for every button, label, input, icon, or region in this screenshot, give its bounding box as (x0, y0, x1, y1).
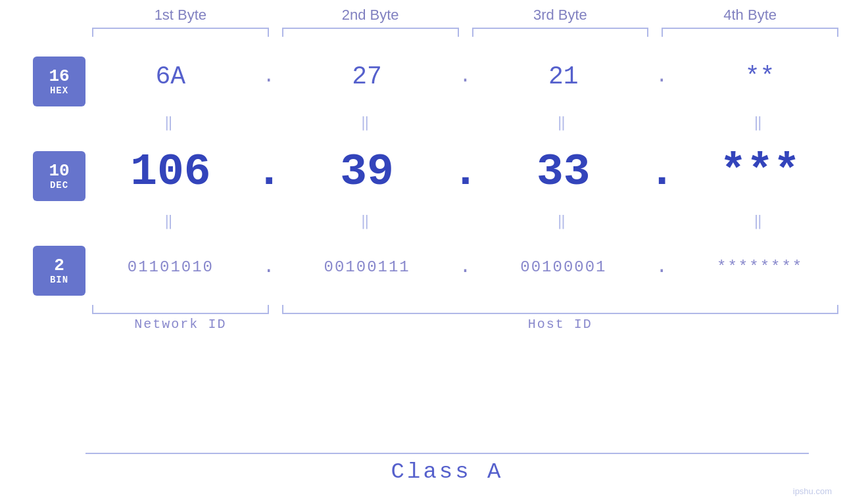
hex-val-2: 27 (282, 62, 452, 91)
bracket-byte4 (655, 28, 845, 37)
class-section: Class A (0, 453, 845, 484)
top-brackets (85, 28, 845, 37)
eq1-2: ‖ (282, 114, 452, 131)
eq1-3: ‖ (479, 114, 649, 131)
base-labels-column: 16 HEX 10 DEC 2 BIN (0, 43, 85, 332)
bracket-byte3 (466, 28, 656, 37)
hex-label: HEX (50, 85, 68, 96)
dot-dec-2: . (452, 147, 479, 197)
bracket-top-byte2 (282, 28, 459, 37)
dec-badge: 10 DEC (33, 151, 85, 201)
byte-headers-row: 1st Byte 2nd Byte 3rd Byte 4th Byte (85, 7, 845, 28)
bin-row: 01101010 . 00100111 . 00100001 . (85, 234, 845, 300)
dot-dec-1: . (256, 147, 282, 197)
eq2-3: ‖ (479, 212, 649, 230)
eq2-4: ‖ (675, 212, 845, 230)
dot-hex-1: . (256, 65, 282, 87)
bracket-top-byte3 (472, 28, 649, 37)
hex-row: 6A . 27 . 21 . ** (85, 43, 845, 109)
bin-val-1: 01101010 (85, 258, 256, 276)
network-id-section: Network ID (85, 305, 276, 332)
bin-label: BIN (50, 275, 68, 285)
bin-badge: 2 BIN (33, 246, 85, 296)
equals-row-2: ‖ ‖ ‖ ‖ (85, 208, 845, 234)
bin-val-2: 00100111 (282, 258, 452, 276)
bin-val-1-text: 01101010 (128, 258, 214, 276)
dot-bin-2: . (452, 256, 479, 278)
dot-bin-1: . (256, 256, 282, 278)
class-label: Class A (85, 459, 809, 484)
bin-val-4: ******** (675, 258, 845, 276)
dec-val-3-text: 33 (537, 147, 591, 197)
dot-bin-3: . (648, 256, 675, 278)
dot-hex-3: . (648, 65, 675, 87)
host-label: Host ID (276, 317, 845, 332)
eq1-1: ‖ (85, 114, 256, 131)
dec-row: 106 . 39 . 33 . *** (85, 135, 845, 208)
dec-val-4-text: *** (719, 147, 800, 197)
network-bracket (92, 305, 269, 314)
hex-val-4-text: ** (745, 62, 775, 91)
network-label: Network ID (85, 317, 276, 332)
watermark: ipshu.com (793, 486, 832, 496)
main-rows: 16 HEX 10 DEC 2 BIN 6A . (0, 43, 845, 332)
hex-val-1: 6A (85, 62, 256, 91)
eq2-1: ‖ (85, 212, 256, 230)
class-bracket-line (85, 453, 809, 454)
bracket-byte1 (85, 28, 276, 37)
hex-num: 16 (49, 67, 69, 86)
dec-val-4: *** (675, 147, 845, 197)
dot-dec-3: . (648, 147, 675, 197)
byte3-header: 3rd Byte (466, 7, 656, 28)
hex-val-4: ** (675, 62, 845, 91)
bin-val-3: 00100001 (479, 258, 649, 276)
bin-num: 2 (54, 256, 64, 275)
dec-val-1: 106 (85, 147, 256, 197)
dot-hex-2: . (452, 65, 479, 87)
hex-val-2-text: 27 (352, 62, 382, 91)
host-bracket (282, 305, 838, 314)
equals-row-1: ‖ ‖ ‖ ‖ (85, 109, 845, 135)
dec-val-3: 33 (479, 147, 649, 197)
hex-val-3-text: 21 (548, 62, 579, 91)
values-grid: 6A . 27 . 21 . ** (85, 43, 845, 332)
page-container: 1st Byte 2nd Byte 3rd Byte 4th Byte 16 H… (0, 0, 845, 332)
bracket-byte2 (276, 28, 466, 37)
bracket-top-byte4 (662, 28, 838, 37)
bracket-top-byte1 (92, 28, 269, 37)
dec-num: 10 (49, 162, 69, 181)
eq1-4: ‖ (675, 114, 845, 131)
byte2-header: 2nd Byte (276, 7, 466, 28)
dec-label: DEC (50, 180, 68, 191)
byte4-header: 4th Byte (655, 7, 845, 28)
dec-val-2-text: 39 (340, 147, 394, 197)
dec-val-2: 39 (282, 147, 452, 197)
dec-val-1-text: 106 (130, 147, 210, 197)
bottom-brackets-labels: Network ID Host ID (85, 305, 845, 332)
host-id-section: Host ID (276, 305, 845, 332)
hex-val-1-text: 6A (156, 62, 186, 91)
hex-badge: 16 HEX (33, 57, 85, 106)
eq2-2: ‖ (282, 212, 452, 230)
bin-val-2-text: 00100111 (324, 258, 410, 276)
bin-val-4-text: ******** (717, 258, 803, 276)
hex-val-3: 21 (479, 62, 649, 91)
bin-val-3-text: 00100001 (520, 258, 606, 276)
byte1-header: 1st Byte (85, 7, 276, 28)
